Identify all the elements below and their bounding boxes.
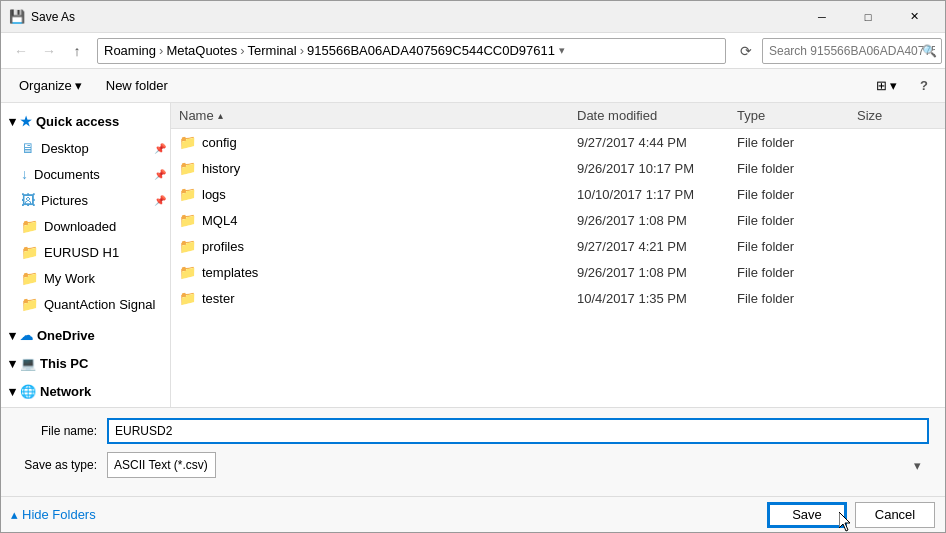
breadcrumb-terminal[interactable]: Terminal: [248, 43, 297, 58]
maximize-button[interactable]: □: [845, 1, 891, 33]
hide-folders-button[interactable]: ▴ Hide Folders: [11, 501, 96, 529]
save-button[interactable]: Save: [767, 502, 847, 528]
back-button[interactable]: ←: [9, 39, 33, 63]
onedrive-chevron: ▾: [9, 328, 16, 343]
file-row[interactable]: 📁 profiles 9/27/2017 4:21 PM File folder: [171, 233, 945, 259]
up-button[interactable]: ↑: [65, 39, 89, 63]
sidebar-item-mywork[interactable]: 📁 My Work: [1, 265, 170, 291]
file-folder-icon-6: 📁: [179, 290, 196, 306]
mywork-icon: 📁: [21, 270, 38, 286]
sort-arrow: ▴: [218, 110, 223, 121]
filename-input[interactable]: [107, 418, 929, 444]
quick-access-chevron: ▾: [9, 114, 16, 129]
window-controls: ─ □ ✕: [799, 1, 937, 33]
breadcrumb-dropdown[interactable]: ▾: [559, 44, 565, 57]
column-date-label: Date modified: [577, 108, 657, 123]
minimize-button[interactable]: ─: [799, 1, 845, 33]
title-bar: 💾 Save As ─ □ ✕: [1, 1, 945, 33]
view-button[interactable]: ⊞ ▾: [868, 74, 905, 98]
file-row-type-6: File folder: [737, 291, 857, 306]
file-row[interactable]: 📁 tester 10/4/2017 1:35 PM File folder: [171, 285, 945, 311]
sidebar-item-eurusd[interactable]: 📁 EURUSD H1: [1, 239, 170, 265]
svg-marker-0: [839, 512, 850, 531]
cancel-button[interactable]: Cancel: [855, 502, 935, 528]
file-row-date-3: 9/26/2017 1:08 PM: [577, 213, 737, 228]
hide-folders-chevron: ▴: [11, 507, 18, 522]
file-list: Name ▴ Date modified Type Size 📁 config: [171, 103, 945, 407]
bottom-controls: ▴ Hide Folders Save Cancel: [1, 496, 945, 532]
column-date-header[interactable]: Date modified: [577, 108, 737, 123]
network-header[interactable]: ▾ 🌐 Network: [1, 377, 170, 405]
sidebar-item-downloaded[interactable]: 📁 Downloaded: [1, 213, 170, 239]
refresh-button[interactable]: ⟳: [734, 39, 758, 63]
forward-button[interactable]: →: [37, 39, 61, 63]
documents-icon: ↓: [21, 166, 28, 182]
thispc-icon: 💻: [20, 356, 36, 371]
onedrive-icon: ☁: [20, 328, 33, 343]
breadcrumb-roaming[interactable]: Roaming: [104, 43, 156, 58]
help-button[interactable]: ?: [913, 75, 935, 97]
filetype-select-wrapper: ASCII Text (*.csv): [107, 452, 929, 478]
mywork-label: My Work: [44, 271, 95, 286]
filetype-select[interactable]: ASCII Text (*.csv): [107, 452, 216, 478]
sidebar-item-pictures[interactable]: 🖼 Pictures 📌: [1, 187, 170, 213]
breadcrumb-metaquotes[interactable]: MetaQuotes: [166, 43, 237, 58]
pictures-label: Pictures: [41, 193, 88, 208]
documents-pin-icon: 📌: [154, 169, 166, 180]
eurusd-label: EURUSD H1: [44, 245, 119, 260]
action-buttons: Save Cancel: [767, 502, 935, 528]
file-folder-icon-4: 📁: [179, 238, 196, 254]
file-name-5: templates: [202, 265, 258, 280]
filename-label: File name:: [17, 424, 107, 438]
breadcrumb-bar[interactable]: Roaming › MetaQuotes › Terminal › 915566…: [97, 38, 726, 64]
sidebar-item-quantaction[interactable]: 📁 QuantAction Signal: [1, 291, 170, 317]
main-content: ▾ ★ Quick access 🖥 Desktop 📌 ↓ Documents…: [1, 103, 945, 407]
bottom-area: File name: Save as type: ASCII Text (*.c…: [1, 407, 945, 496]
downloaded-label: Downloaded: [44, 219, 116, 234]
file-row-name-4: 📁 profiles: [179, 238, 577, 254]
sidebar-item-desktop[interactable]: 🖥 Desktop 📌: [1, 135, 170, 161]
column-name-header[interactable]: Name ▴: [179, 108, 577, 123]
organize-arrow: ▾: [75, 78, 82, 93]
onedrive-header[interactable]: ▾ ☁ OneDrive: [1, 321, 170, 349]
thispc-label: This PC: [40, 356, 88, 371]
organize-label: Organize: [19, 78, 72, 93]
close-button[interactable]: ✕: [891, 1, 937, 33]
new-folder-button[interactable]: New folder: [98, 74, 176, 98]
quick-access-label: Quick access: [36, 114, 119, 129]
file-row-type-2: File folder: [737, 187, 857, 202]
sidebar: ▾ ★ Quick access 🖥 Desktop 📌 ↓ Documents…: [1, 103, 171, 407]
file-row[interactable]: 📁 logs 10/10/2017 1:17 PM File folder: [171, 181, 945, 207]
cancel-label: Cancel: [875, 507, 915, 522]
file-rows-container: 📁 config 9/27/2017 4:44 PM File folder 📁…: [171, 129, 945, 311]
file-row[interactable]: 📁 config 9/27/2017 4:44 PM File folder: [171, 129, 945, 155]
save-as-dialog: 💾 Save As ─ □ ✕ ← → ↑ Roaming › MetaQuot…: [0, 0, 946, 533]
file-row[interactable]: 📁 history 9/26/2017 10:17 PM File folder: [171, 155, 945, 181]
file-row[interactable]: 📁 templates 9/26/2017 1:08 PM File folde…: [171, 259, 945, 285]
file-folder-icon-0: 📁: [179, 134, 196, 150]
organize-button[interactable]: Organize ▾: [11, 74, 90, 98]
quick-access-header[interactable]: ▾ ★ Quick access: [1, 107, 170, 135]
file-row-type-5: File folder: [737, 265, 857, 280]
file-list-header: Name ▴ Date modified Type Size: [171, 103, 945, 129]
quantaction-label: QuantAction Signal: [44, 297, 155, 312]
file-folder-icon-1: 📁: [179, 160, 196, 176]
column-type-header[interactable]: Type: [737, 108, 857, 123]
file-row[interactable]: 📁 MQL4 9/26/2017 1:08 PM File folder: [171, 207, 945, 233]
view-icon: ⊞: [876, 78, 887, 93]
file-name-2: logs: [202, 187, 226, 202]
file-row-name-1: 📁 history: [179, 160, 577, 176]
breadcrumb-folder[interactable]: 915566BA06ADA407569C544CC0D97611: [307, 43, 555, 58]
column-size-header[interactable]: Size: [857, 108, 937, 123]
file-row-date-1: 9/26/2017 10:17 PM: [577, 161, 737, 176]
filetype-label: Save as type:: [17, 458, 107, 472]
search-input[interactable]: [762, 38, 942, 64]
thispc-header[interactable]: ▾ 💻 This PC: [1, 349, 170, 377]
file-row-name-0: 📁 config: [179, 134, 577, 150]
sidebar-item-documents[interactable]: ↓ Documents 📌: [1, 161, 170, 187]
network-chevron: ▾: [9, 384, 16, 399]
file-folder-icon-5: 📁: [179, 264, 196, 280]
column-size-label: Size: [857, 108, 882, 123]
file-name-1: history: [202, 161, 240, 176]
file-folder-icon-3: 📁: [179, 212, 196, 228]
